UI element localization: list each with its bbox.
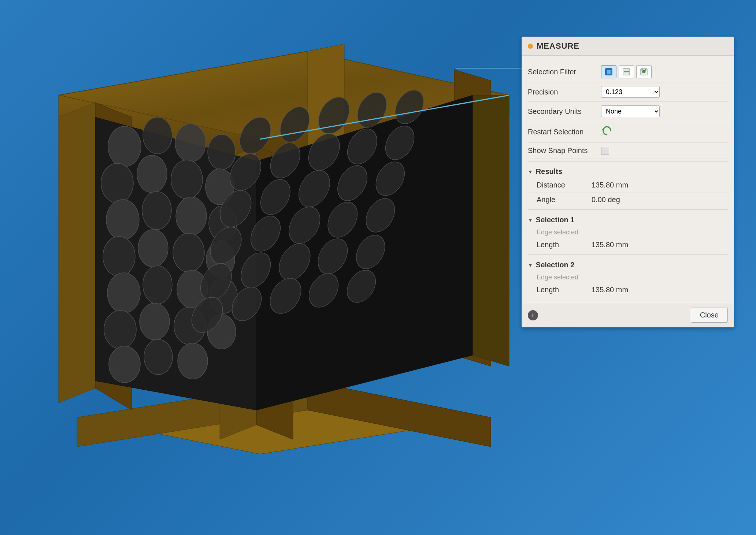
filter-edge-btn[interactable] — [619, 65, 634, 78]
svg-point-20 — [171, 160, 203, 199]
close-button[interactable]: Close — [691, 308, 728, 323]
snap-checkbox[interactable] — [601, 147, 609, 155]
svg-point-19 — [137, 155, 167, 193]
svg-marker-12 — [472, 95, 509, 366]
info-icon-label: i — [532, 312, 534, 319]
svg-point-24 — [176, 197, 207, 235]
svg-point-15 — [143, 117, 172, 154]
restart-selection-row: Restart Selection — [528, 121, 728, 143]
selection-filter-row: Selection Filter — [528, 62, 728, 82]
restart-selection-btn[interactable] — [601, 125, 613, 139]
precision-row: Precision 0.1 0.12 0.123 0.1234 — [528, 82, 728, 102]
svg-rect-75 — [607, 70, 611, 74]
snap-checkbox-area — [601, 147, 609, 155]
svg-point-79 — [642, 70, 645, 73]
svg-point-38 — [109, 346, 140, 383]
selection2-section-header[interactable]: ▼ Selection 2 — [528, 257, 728, 271]
angle-label: Angle — [537, 196, 592, 204]
distance-label: Distance — [537, 181, 592, 189]
svg-point-14 — [108, 126, 141, 167]
svg-marker-6 — [59, 103, 95, 403]
svg-point-31 — [143, 266, 172, 304]
selection1-length-label: Length — [537, 241, 592, 249]
snap-points-label: Show Snap Points — [528, 146, 601, 155]
svg-point-80 — [641, 69, 643, 71]
selection1-section-header[interactable]: ▼ Selection 1 — [528, 212, 728, 226]
panel-close-dot[interactable] — [528, 44, 533, 49]
svg-point-18 — [101, 163, 133, 203]
3d-model — [22, 22, 535, 498]
results-triangle: ▼ — [528, 169, 533, 175]
secondary-units-row: Secondary Units None mm in cm — [528, 102, 728, 121]
angle-row: Angle 0.00 deg — [528, 193, 728, 207]
secondary-units-label: Secondary Units — [528, 107, 601, 116]
distance-row: Distance 135.80 mm — [528, 178, 728, 193]
svg-point-22 — [106, 200, 139, 240]
panel-body: Selection Filter — [522, 56, 734, 303]
selection1-length-value: 135.80 mm — [592, 241, 628, 249]
results-section-header[interactable]: ▼ Results — [528, 164, 728, 178]
svg-point-34 — [104, 311, 136, 349]
selection2-length-value: 135.80 mm — [592, 286, 628, 294]
restart-selection-label: Restart Selection — [528, 128, 601, 136]
precision-select[interactable]: 0.1 0.12 0.123 0.1234 — [601, 86, 660, 98]
divider-3 — [528, 255, 728, 255]
panel-title: MEASURE — [537, 41, 579, 51]
svg-marker-82 — [602, 129, 604, 131]
results-section-title: Results — [536, 167, 562, 176]
svg-point-30 — [107, 273, 140, 313]
svg-point-27 — [138, 230, 168, 267]
secondary-units-select[interactable]: None mm in cm — [601, 105, 660, 117]
svg-point-35 — [140, 303, 170, 340]
svg-point-23 — [142, 192, 171, 230]
panel-header: MEASURE — [522, 37, 734, 56]
angle-value: 0.00 deg — [592, 196, 620, 204]
selection2-length-label: Length — [537, 286, 592, 294]
distance-value: 135.80 mm — [592, 181, 628, 189]
svg-point-17 — [208, 134, 236, 170]
selection2-length-row: Length 135.80 mm — [528, 283, 728, 297]
divider-1 — [528, 161, 728, 161]
selection-filter-icons — [601, 65, 652, 78]
filter-face-btn[interactable] — [601, 65, 616, 78]
svg-point-16 — [175, 124, 206, 162]
selection2-triangle: ▼ — [528, 262, 533, 268]
selection1-section-title: Selection 1 — [536, 216, 575, 224]
panel-footer: i Close — [522, 303, 734, 327]
svg-point-40 — [178, 343, 208, 379]
svg-point-28 — [173, 233, 204, 272]
svg-point-81 — [645, 69, 646, 71]
svg-point-39 — [144, 339, 173, 375]
svg-point-26 — [103, 237, 135, 276]
divider-2 — [528, 209, 728, 210]
selection1-length-row: Length 135.80 mm — [528, 238, 728, 252]
precision-label: Precision — [528, 88, 601, 96]
selection1-triangle: ▼ — [528, 217, 533, 223]
filter-point-btn[interactable] — [636, 65, 652, 78]
selection2-sublabel: Edge selected — [528, 271, 728, 283]
info-icon[interactable]: i — [528, 310, 538, 320]
selection-filter-label: Selection Filter — [528, 68, 601, 76]
snap-points-row: Show Snap Points — [528, 143, 728, 159]
selection2-section-title: Selection 2 — [536, 261, 575, 269]
selection1-sublabel: Edge selected — [528, 226, 728, 238]
measure-panel: MEASURE Selection Filter — [522, 37, 734, 327]
